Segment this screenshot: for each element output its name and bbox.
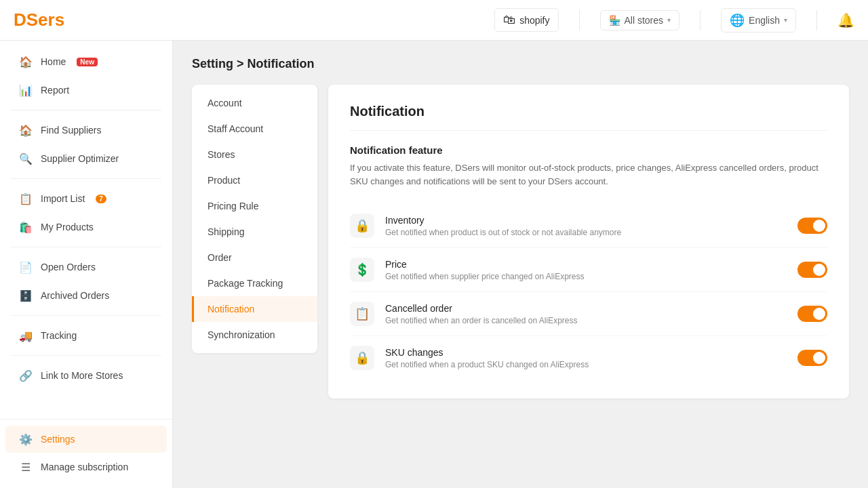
toggle-item-cancelled-order: 📋 Cancelled order Get notified when an o… — [350, 292, 827, 336]
topbar-divider-1 — [579, 10, 580, 30]
cancelled-order-icon: 📋 — [355, 306, 370, 321]
toggle-slider-inventory — [797, 218, 827, 234]
toggle-label-sku-changes: SKU changes — [385, 347, 787, 358]
settings-layout: Account Staff Account Stores Product Pri… — [192, 85, 849, 399]
archived-orders-icon: 🗄️ — [19, 289, 33, 302]
notification-panel: Notification Notification feature If you… — [328, 85, 849, 399]
settings-icon: ⚙️ — [19, 432, 33, 446]
sidebar-item-archived-orders[interactable]: 🗄️ Archived Orders — [5, 282, 167, 309]
toggle-text-price: Price Get notified when supplier price c… — [385, 259, 787, 281]
store-selector[interactable]: 🏪 All stores ▾ — [600, 10, 680, 30]
toggle-text-cancelled-order: Cancelled order Get notified when an ord… — [385, 303, 787, 325]
sidebar-divider-5 — [11, 355, 161, 356]
sidebar-item-open-orders[interactable]: 📄 Open Orders — [5, 253, 167, 281]
link-stores-icon: 🔗 — [19, 369, 33, 382]
shopify-label: shopify — [519, 15, 549, 26]
sidebar-label-home: Home — [41, 56, 66, 67]
my-products-icon: 🛍️ — [19, 220, 33, 234]
sidebar-item-manage-subscription[interactable]: ☰ Manage subscription — [5, 453, 167, 481]
manage-subscription-icon: ☰ — [19, 460, 33, 474]
settings-nav-order[interactable]: Order — [192, 245, 317, 270]
sidebar-item-find-suppliers[interactable]: 🏠 Find Suppliers — [5, 117, 167, 144]
toggle-switch-price[interactable] — [797, 262, 827, 278]
cancelled-order-icon-wrap: 📋 — [350, 302, 374, 326]
shopify-icon: 🛍 — [503, 13, 515, 27]
toggle-slider-sku-changes — [797, 350, 827, 366]
notification-bell-icon[interactable]: 🔔 — [837, 12, 854, 28]
sidebar-item-tracking[interactable]: 🚚 Tracking — [5, 322, 167, 349]
sidebar-bottom: ⚙️ Settings ☰ Manage subscription — [0, 419, 172, 481]
store-icon: 🏪 — [609, 15, 620, 26]
sidebar-divider-3 — [11, 247, 161, 247]
inventory-icon-wrap: 🔒 — [350, 214, 374, 238]
toggle-switch-cancelled-order[interactable] — [797, 306, 827, 322]
toggle-item-sku-changes: 🔒 SKU changes Get notified when a produc… — [350, 336, 827, 380]
settings-nav-product[interactable]: Product — [192, 167, 317, 193]
price-icon-wrap: 💲 — [350, 258, 374, 282]
sidebar-label-report: Report — [41, 85, 69, 96]
settings-nav-staff-account[interactable]: Staff Account — [192, 116, 317, 142]
sidebar-label-link-stores: Link to More Stores — [41, 370, 123, 381]
sidebar-item-supplier-optimizer[interactable]: 🔍 Supplier Optimizer — [5, 145, 167, 172]
sidebar-divider-4 — [11, 315, 161, 316]
sidebar-item-import-list[interactable]: 📋 Import List 7 — [5, 185, 167, 212]
settings-nav-shipping[interactable]: Shipping — [192, 219, 317, 245]
import-list-badge: 7 — [96, 195, 106, 203]
toggle-sublabel-price: Get notified when supplier price changed… — [385, 272, 787, 281]
toggle-sublabel-sku-changes: Get notified when a product SKU changed … — [385, 360, 787, 369]
settings-nav-synchronization[interactable]: Synchronization — [192, 322, 317, 348]
settings-nav-notification[interactable]: Notification — [192, 296, 317, 322]
sidebar-item-settings[interactable]: ⚙️ Settings — [5, 426, 167, 453]
toggle-switch-inventory[interactable] — [797, 218, 827, 234]
lang-selector[interactable]: 🌐 English ▾ — [721, 8, 796, 33]
topbar: DSers 🛍 shopify 🏪 All stores ▾ 🌐 English… — [0, 0, 868, 41]
store-chevron-icon: ▾ — [667, 16, 671, 24]
supplier-optimizer-icon: 🔍 — [19, 152, 33, 165]
toggle-label-price: Price — [385, 259, 787, 270]
main-content: Setting > Notification Account Staff Acc… — [173, 41, 868, 488]
sidebar-label-archived-orders: Archived Orders — [41, 290, 109, 301]
open-orders-icon: 📄 — [19, 260, 33, 274]
flag-icon: 🌐 — [730, 13, 745, 28]
price-icon: 💲 — [355, 262, 370, 277]
home-new-badge: New — [77, 58, 98, 66]
tracking-icon: 🚚 — [19, 329, 33, 342]
topbar-divider-2 — [700, 10, 701, 30]
sidebar-label-tracking: Tracking — [41, 330, 77, 341]
toggle-switch-sku-changes[interactable] — [797, 350, 827, 366]
sidebar-divider-1 — [11, 110, 161, 110]
breadcrumb: Setting > Notification — [192, 57, 849, 71]
sidebar-item-my-products[interactable]: 🛍️ My Products — [5, 214, 167, 241]
settings-nav-stores[interactable]: Stores — [192, 142, 317, 167]
settings-nav-account[interactable]: Account — [192, 90, 317, 116]
panel-title: Notification — [350, 104, 827, 119]
toggle-label-cancelled-order: Cancelled order — [385, 303, 787, 314]
home-icon: 🏠 — [19, 55, 33, 68]
app-logo: DSers — [14, 9, 64, 30]
sku-changes-icon: 🔒 — [355, 350, 370, 365]
import-list-icon: 📋 — [19, 192, 33, 205]
sidebar-item-link-stores[interactable]: 🔗 Link to More Stores — [5, 362, 167, 389]
feature-desc: If you activate this feature, DSers will… — [350, 161, 827, 188]
feature-title: Notification feature — [350, 144, 827, 156]
sidebar-item-home[interactable]: 🏠 Home New — [5, 48, 167, 75]
report-icon: 📊 — [19, 83, 33, 97]
inventory-icon: 🔒 — [355, 218, 370, 233]
store-label: All stores — [625, 15, 664, 26]
settings-nav: Account Staff Account Stores Product Pri… — [192, 85, 317, 353]
toggle-item-price: 💲 Price Get notified when supplier price… — [350, 248, 827, 292]
settings-nav-pricing-rule[interactable]: Pricing Rule — [192, 193, 317, 219]
sku-changes-icon-wrap: 🔒 — [350, 346, 374, 370]
lang-label: English — [749, 15, 780, 26]
sidebar-label-open-orders: Open Orders — [41, 262, 96, 272]
settings-nav-package-tracking[interactable]: Package Tracking — [192, 270, 317, 296]
shopify-badge: 🛍 shopify — [494, 8, 558, 32]
toggle-sublabel-cancelled-order: Get notified when an order is cancelled … — [385, 316, 787, 325]
toggle-text-inventory: Inventory Get notified when product is o… — [385, 215, 787, 237]
sidebar-label-my-products: My Products — [41, 222, 94, 232]
sidebar: 🏠 Home New 📊 Report 🏠 Find Suppliers 🔍 S… — [0, 41, 173, 488]
sidebar-label-manage-subscription: Manage subscription — [41, 462, 128, 472]
sidebar-item-report[interactable]: 📊 Report — [5, 77, 167, 104]
toggle-item-inventory: 🔒 Inventory Get notified when product is… — [350, 204, 827, 248]
sidebar-divider-2 — [11, 178, 161, 179]
